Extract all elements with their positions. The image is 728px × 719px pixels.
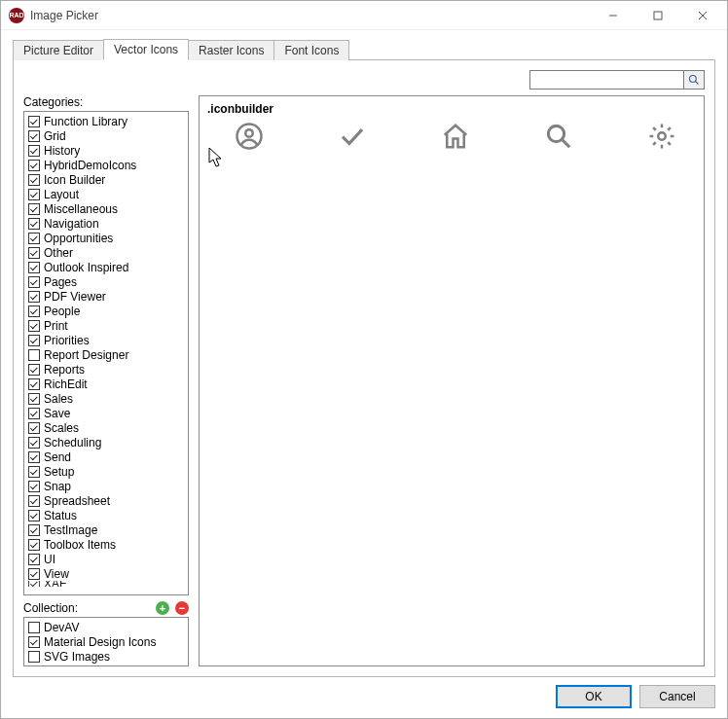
categories-list[interactable]: Function LibraryGridHistoryHybridDemoIco… [23,111,189,595]
category-item-20-checkbox[interactable] [28,408,40,419]
add-collection-button[interactable]: + [156,601,169,615]
category-item-24[interactable]: Setup [26,464,186,479]
category-item-26-checkbox[interactable] [28,495,40,507]
collection-list[interactable]: DevAVMaterial Design IconsSVG Images [23,617,189,666]
category-item-3[interactable]: HybridDemoIcons [26,158,186,172]
category-item-8[interactable]: Opportunities [26,231,186,245]
category-item-8-checkbox[interactable] [28,233,40,244]
minimize-button[interactable] [591,1,636,30]
category-item-10-checkbox[interactable] [28,262,40,273]
maximize-button[interactable] [636,1,680,30]
svg-point-10 [658,132,666,140]
category-item-19-checkbox[interactable] [28,393,40,405]
category-item-27[interactable]: Status [26,508,186,522]
category-item-14[interactable]: Print [26,318,186,333]
category-item-5-checkbox[interactable] [28,189,40,200]
ok-button[interactable]: OK [556,685,632,708]
collection-item-0-checkbox[interactable] [28,622,40,633]
category-item-31[interactable]: View [26,566,186,581]
search-box [529,70,705,90]
category-item-22-checkbox[interactable] [28,437,40,449]
category-item-0[interactable]: Function Library [26,114,186,128]
category-item-30-label: UI [44,553,55,566]
category-item-24-checkbox[interactable] [28,466,40,478]
category-item-19[interactable]: Sales [26,391,186,406]
category-item-3-checkbox[interactable] [28,160,40,171]
category-item-11-checkbox[interactable] [28,276,40,288]
check-icon[interactable] [338,122,367,151]
category-item-6-checkbox[interactable] [28,203,40,215]
tab-raster-icons[interactable]: Raster Icons [188,40,274,60]
category-item-cut-checkbox[interactable] [28,581,40,587]
collection-item-1[interactable]: Material Design Icons [26,634,186,649]
category-item-19-label: Sales [44,392,73,406]
category-item-23[interactable]: Send [26,449,186,464]
category-item-12[interactable]: PDF Viewer [26,289,186,304]
category-item-1[interactable]: Grid [26,128,186,143]
cancel-button[interactable]: Cancel [639,685,715,708]
category-item-13-checkbox[interactable] [28,306,40,317]
category-item-18[interactable]: RichEdit [26,377,186,391]
category-item-13[interactable]: People [26,304,186,318]
tab-vector-icons[interactable]: Vector Icons [103,39,189,60]
category-item-12-checkbox[interactable] [28,291,40,303]
close-button[interactable] [680,1,725,30]
settings-gear-icon[interactable] [647,122,676,151]
collection-item-2-checkbox[interactable] [28,651,40,663]
category-item-26[interactable]: Spreadsheet [26,493,186,508]
category-item-17[interactable]: Reports [26,362,186,377]
category-item-6[interactable]: Miscellaneous [26,201,186,216]
collection-item-1-checkbox[interactable] [28,636,40,648]
category-item-0-checkbox[interactable] [28,116,40,127]
home-icon[interactable] [441,122,470,151]
category-item-18-checkbox[interactable] [28,378,40,390]
category-item-15[interactable]: Priorities [26,333,186,347]
category-item-5[interactable]: Layout [26,187,186,201]
category-item-2[interactable]: History [26,143,186,158]
category-item-22[interactable]: Scheduling [26,435,186,449]
category-item-30[interactable]: UI [26,552,186,566]
category-item-2-checkbox[interactable] [28,145,40,157]
category-item-23-checkbox[interactable] [28,451,40,463]
category-item-14-checkbox[interactable] [28,320,40,332]
category-item-16[interactable]: Report Designer [26,347,186,362]
category-item-25-checkbox[interactable] [28,481,40,492]
category-item-31-checkbox[interactable] [28,568,40,580]
category-item-10[interactable]: Outlook Inspired [26,260,186,274]
category-item-30-checkbox[interactable] [28,554,40,565]
category-item-27-checkbox[interactable] [28,510,40,521]
collection-item-2[interactable]: SVG Images [26,649,186,664]
category-item-7-checkbox[interactable] [28,218,40,230]
search-input[interactable] [529,70,683,90]
category-item-7[interactable]: Navigation [26,216,186,231]
search-button[interactable] [683,70,705,90]
category-item-15-checkbox[interactable] [28,335,40,346]
account-circle-icon[interactable] [235,122,264,151]
category-item-21-checkbox[interactable] [28,422,40,434]
category-item-28-checkbox[interactable] [28,524,40,536]
category-item-9-checkbox[interactable] [28,247,40,259]
category-item-21[interactable]: Scales [26,420,186,435]
category-item-29[interactable]: Toolbox Items [26,537,186,552]
search-result-icon[interactable] [544,122,573,151]
tab-picture-editor[interactable]: Picture Editor [13,40,104,60]
category-item-17-checkbox[interactable] [28,364,40,376]
category-item-4[interactable]: Icon Builder [26,172,186,187]
collection-item-0[interactable]: DevAV [26,620,186,634]
category-item-11[interactable]: Pages [26,274,186,289]
remove-collection-button[interactable]: − [175,601,189,615]
tab-font-icons[interactable]: Font Icons [273,40,349,60]
category-item-28[interactable]: TestImage [26,522,186,537]
category-item-25[interactable]: Snap [26,479,186,493]
category-item-16-label: Report Designer [44,348,128,362]
category-item-26-label: Spreadsheet [44,494,110,508]
category-item-9[interactable]: Other [26,245,186,260]
category-item-16-checkbox[interactable] [28,349,40,361]
results-panel[interactable]: .iconbuilder [199,95,705,666]
category-item-4-checkbox[interactable] [28,174,40,186]
category-item-29-checkbox[interactable] [28,539,40,551]
category-item-cut[interactable]: XAF [26,581,186,587]
results-group-header: .iconbuilder [207,102,696,116]
category-item-1-checkbox[interactable] [28,130,40,142]
category-item-20[interactable]: Save [26,406,186,420]
